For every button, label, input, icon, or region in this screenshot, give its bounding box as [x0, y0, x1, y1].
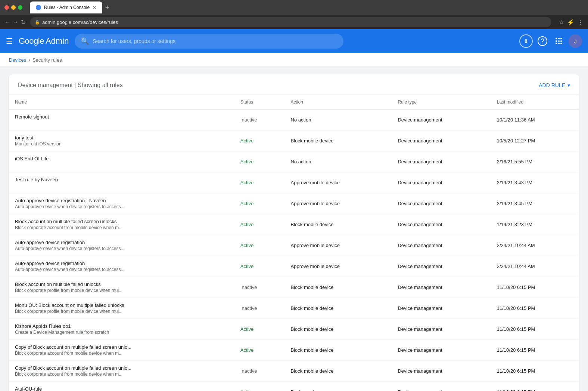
status-badge: Active — [240, 243, 253, 248]
cell-name: Auto-approve device registration Auto-ap… — [9, 256, 234, 277]
forward-button[interactable]: → — [13, 19, 19, 25]
table-row[interactable]: Test rule by Naveen Active Approve mobil… — [9, 172, 579, 193]
table-row[interactable]: iOS End Of Life Active No action Device … — [9, 151, 579, 172]
card-title-area: Device management | Showing all rules — [18, 82, 123, 89]
cell-status: Active — [234, 235, 285, 256]
content-card: Device management | Showing all rules AD… — [9, 74, 579, 391]
rule-desc — [15, 183, 228, 188]
breadcrumb-current: Security rules — [32, 57, 62, 63]
table-row[interactable]: Atul-OU-rule Create a Device Management … — [9, 382, 579, 391]
nav-buttons: ← → ↻ — [4, 19, 26, 26]
address-bar: ← → ↻ 🔒 admin.google.com/ac/devices/rule… — [0, 15, 588, 29]
help-button[interactable]: ? — [536, 34, 549, 48]
url-bar[interactable]: 🔒 admin.google.com/ac/devices/rules — [30, 17, 551, 27]
search-placeholder: Search for users, groups or settings — [93, 38, 175, 44]
support-number-button[interactable]: 8 — [519, 34, 533, 48]
new-tab-button[interactable]: + — [105, 4, 109, 12]
app-header: ☰ Google Admin 🔍 Search for users, group… — [0, 29, 588, 53]
browser-chrome: Rules - Admin Console ✕ + — [0, 0, 588, 15]
table-row[interactable]: Copy of Block account on multiple failed… — [9, 340, 579, 361]
cell-status: Active — [234, 382, 285, 391]
refresh-button[interactable]: ↻ — [21, 19, 26, 26]
table-row[interactable]: Monu OU: Block account on multiple faile… — [9, 298, 579, 319]
cell-name: Remote signout — [9, 110, 234, 130]
cell-last-modified: 11/10/20 6:15 PM — [491, 319, 579, 340]
cell-status: Inactive — [234, 361, 285, 382]
rule-name: iOS End Of Life — [15, 156, 228, 161]
table-row[interactable]: Remote signout Inactive No action Device… — [9, 110, 579, 130]
traffic-lights — [4, 5, 22, 10]
table-header: Name Status Action Rule type Last modifi… — [9, 95, 579, 110]
rule-desc — [15, 162, 228, 167]
cell-status: Active — [234, 130, 285, 151]
rule-desc: Auto-approve device when device register… — [15, 204, 228, 209]
card-title: Device management | Showing all rules — [18, 82, 123, 88]
cell-last-modified: 2/24/21 10:44 AM — [491, 256, 579, 277]
cell-rule-type: Device management — [392, 361, 491, 382]
cell-last-modified: 11/10/20 6:15 PM — [491, 361, 579, 382]
rules-table: Name Status Action Rule type Last modifi… — [9, 95, 579, 391]
cell-action: Block mobile device — [285, 319, 392, 340]
active-tab[interactable]: Rules - Admin Console ✕ — [30, 1, 102, 13]
tab-close-button[interactable]: ✕ — [93, 5, 96, 10]
cell-rule-type: Device management — [392, 110, 491, 130]
cell-action: Block mobile device — [285, 214, 392, 235]
lock-icon: 🔒 — [35, 20, 40, 25]
extensions-button[interactable]: ⚡ — [567, 19, 575, 26]
minimize-window-button[interactable] — [11, 5, 16, 10]
tab-bar: Rules - Admin Console ✕ + — [30, 1, 109, 13]
cell-name: Block account on multiple failed screen … — [9, 214, 234, 235]
menu-button[interactable]: ⋮ — [578, 19, 584, 26]
apps-grid-button[interactable] — [552, 34, 566, 48]
cell-action: Approve mobile device — [285, 256, 392, 277]
rule-desc: Create a Device Management rule from scr… — [15, 330, 228, 335]
status-badge: Active — [240, 389, 253, 391]
cell-action: Block mobile device — [285, 277, 392, 298]
close-window-button[interactable] — [4, 5, 9, 10]
support-number: 8 — [525, 38, 528, 44]
cell-rule-type: Device management — [392, 340, 491, 361]
breadcrumb: Devices › Security rules — [0, 53, 588, 67]
cell-rule-type: Device management — [392, 256, 491, 277]
rule-name: Monu OU: Block account on multiple faile… — [15, 302, 228, 308]
cell-action: Approve mobile device — [285, 193, 392, 214]
table-row[interactable]: Auto-approve device registration Auto-ap… — [9, 256, 579, 277]
table-row[interactable]: Copy of Block account on multiple failed… — [9, 361, 579, 382]
cell-rule-type: Device management — [392, 235, 491, 256]
cell-last-modified: 2/24/21 10:44 AM — [491, 235, 579, 256]
table-row[interactable]: Auto-approve device registration Auto-ap… — [9, 235, 579, 256]
header-actions: 8 ? J — [519, 34, 582, 48]
rule-name: Auto-approve device registration — [15, 240, 228, 245]
column-header-name: Name — [9, 95, 234, 110]
table-row[interactable]: Auto-approve device registration - Navee… — [9, 193, 579, 214]
table-row[interactable]: Block account on multiple failed unlocks… — [9, 277, 579, 298]
cell-last-modified: 1/19/21 3:23 PM — [491, 214, 579, 235]
breadcrumb-devices-link[interactable]: Devices — [9, 57, 26, 63]
back-button[interactable]: ← — [4, 19, 10, 25]
user-avatar-button[interactable]: J — [569, 34, 582, 48]
status-badge: Inactive — [240, 305, 257, 311]
rules-table-wrapper[interactable]: Name Status Action Rule type Last modifi… — [9, 95, 579, 391]
search-bar[interactable]: 🔍 Search for users, groups or settings — [75, 34, 343, 49]
maximize-window-button[interactable] — [18, 5, 22, 10]
cell-rule-type: Device management — [392, 382, 491, 391]
cell-name: tony test Monitor old iOS version — [9, 130, 234, 151]
cell-rule-type: Device management — [392, 172, 491, 193]
hamburger-menu-button[interactable]: ☰ — [6, 37, 13, 46]
cell-last-modified: 10/1/20 11:36 AM — [491, 110, 579, 130]
cell-rule-type: Device management — [392, 277, 491, 298]
status-badge: Active — [240, 347, 253, 353]
table-row[interactable]: Kishore AppIds Rules oo1 Create a Device… — [9, 319, 579, 340]
status-badge: Active — [240, 222, 253, 227]
table-body: Remote signout Inactive No action Device… — [9, 110, 579, 391]
table-row[interactable]: tony test Monitor old iOS version Active… — [9, 130, 579, 151]
add-rule-button[interactable]: ADD RULE ▾ — [539, 82, 570, 88]
rule-desc: Monitor old iOS version — [15, 141, 228, 147]
cell-rule-type: Device management — [392, 298, 491, 319]
rule-name: Atul-OU-rule — [15, 386, 228, 391]
cell-last-modified: 11/10/20 6:15 PM — [491, 382, 579, 391]
bookmark-button[interactable]: ☆ — [559, 19, 564, 26]
table-row[interactable]: Block account on multiple failed screen … — [9, 214, 579, 235]
url-text: admin.google.com/ac/devices/rules — [42, 19, 118, 25]
cell-last-modified: 2/19/21 3:45 PM — [491, 193, 579, 214]
